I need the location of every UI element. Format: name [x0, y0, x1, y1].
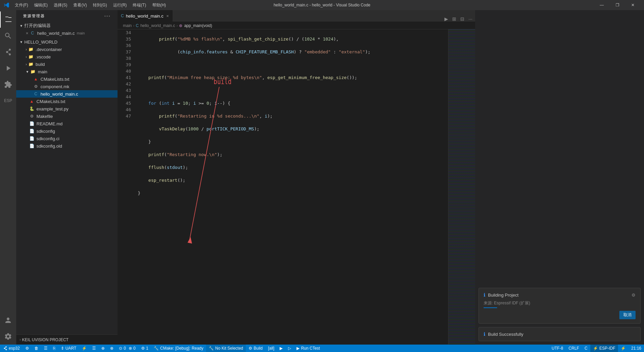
more-actions-icon[interactable]: ··· — [468, 16, 472, 22]
tree-sdkconfig-ci[interactable]: 📄 sdkconfig.ci — [16, 135, 118, 142]
line-num-44: 44 — [118, 94, 131, 100]
breadcrumb-file[interactable]: hello_world_main.c — [140, 23, 175, 28]
breadcrumb-main[interactable]: main — [123, 23, 132, 28]
menu-bar: 文件(F) 编辑(E) 选择(S) 查看(V) 转到(G) 运行(R) 终端(T… — [12, 2, 169, 9]
chevron-right-icon: › — [26, 48, 27, 51]
maximize-button[interactable]: ❐ — [610, 0, 625, 10]
close-button[interactable]: ✕ — [625, 0, 641, 10]
activity-extensions[interactable] — [0, 76, 16, 93]
status-encoding[interactable]: UTF-8 — [549, 345, 566, 352]
extensions-icon — [4, 80, 12, 89]
close-file-icon[interactable]: ✕ — [26, 31, 28, 35]
tree-makefile[interactable]: ⚙ Makefile — [16, 112, 118, 120]
build-success-text: Build Successfully — [488, 332, 523, 337]
status-language[interactable]: C — [582, 345, 590, 352]
breadcrumb-sep2: › — [176, 23, 178, 28]
menu-terminal[interactable]: 终端(T) — [130, 2, 149, 9]
code-line-38 — [138, 87, 448, 94]
status-settings1[interactable]: ⚙ — [23, 345, 32, 352]
status-list[interactable]: ☰ — [41, 345, 50, 352]
tree-sdkconfig-old[interactable]: 📄 sdkconfig.old — [16, 142, 118, 150]
toggle-panel-icon[interactable]: ⊟ — [460, 16, 464, 22]
tab-close-icon[interactable]: ✕ — [166, 14, 169, 18]
tree-vscode[interactable]: › 📁 .vscode — [16, 53, 118, 60]
run-file-icon[interactable]: ▶ — [444, 16, 448, 22]
status-errors[interactable]: ⊙ 0 ⊗ 0 — [116, 345, 138, 352]
menu-select[interactable]: 选择(S) — [51, 2, 70, 9]
settings-icon — [4, 332, 12, 341]
code-line-35: (chip_info.features & CHIP_FEATURE_EMB_F… — [138, 49, 448, 55]
open-editors-label: 打开的编辑器 — [24, 23, 51, 29]
status-flash[interactable]: ⚡ — [79, 345, 89, 352]
readme-label: README.md — [36, 121, 62, 126]
split-editor-icon[interactable]: ⊞ — [452, 16, 456, 22]
activity-esp32[interactable]: ESP — [0, 93, 16, 109]
tab-label: hello_world_main.c — [126, 14, 163, 19]
status-erase[interactable]: ⊗ — [107, 345, 116, 352]
status-cmake-build[interactable]: ▶ — [277, 345, 285, 352]
sdkconfig-old-icon: 📄 — [29, 143, 34, 149]
tree-main-c[interactable]: C hello_world_main.c — [16, 90, 118, 98]
warning-icon: ⊗ — [129, 346, 132, 351]
tree-main[interactable]: ▼ 📁 main — [16, 68, 118, 75]
editor-area: C hello_world_main.c ✕ ▶ ⊞ ⊟ ··· main › … — [118, 10, 475, 345]
status-eol[interactable]: CRLF — [566, 345, 582, 352]
sidebar-more-icon[interactable]: ··· — [104, 13, 111, 19]
status-debug[interactable]: ⊕ — [99, 345, 107, 352]
project-section[interactable]: ▼ HELLO_WORLD — [16, 38, 118, 46]
code-line-45: esp_restart(); — [138, 177, 448, 183]
activity-settings[interactable] — [0, 328, 16, 345]
activity-explorer[interactable] — [0, 11, 16, 28]
tree-python[interactable]: 🐍 example_test.py — [16, 105, 118, 112]
open-editors-section[interactable]: ▼ 打开的编辑器 — [16, 22, 118, 29]
menu-help[interactable]: 帮助(H) — [150, 2, 169, 9]
tree-build-label: build — [35, 62, 45, 67]
status-no-kit[interactable]: 🔧 No Kit Selected — [206, 345, 246, 352]
tree-cmake-main[interactable]: ▲ CMakeLists.txt — [16, 75, 118, 83]
status-feedback[interactable]: ⚡ — [618, 345, 628, 352]
status-all[interactable]: [all] — [265, 345, 277, 352]
status-cmake[interactable]: 🔧 CMake: [Debug]: Ready — [151, 345, 206, 352]
status-esp32[interactable]: esp32 — [0, 345, 23, 352]
status-copy[interactable]: ⎘ — [50, 345, 58, 352]
minimize-button[interactable]: — — [594, 0, 610, 10]
status-debug2[interactable]: ▷ — [285, 345, 294, 352]
chevron-right-icon2: › — [26, 55, 27, 59]
error-icon: ⊙ — [119, 346, 122, 351]
status-notif-count: 1 — [146, 346, 149, 351]
activity-account[interactable] — [0, 312, 16, 328]
status-run-ctest[interactable]: ▶ Run CTest — [294, 345, 323, 352]
code-content[interactable]: printf("%dMB %s flash\n", spi_flash_get_… — [134, 29, 448, 345]
status-monitor[interactable]: ☰ — [89, 345, 99, 352]
tree-build[interactable]: › 📁 build — [16, 60, 118, 68]
editor-tab-main[interactable]: C hello_world_main.c ✕ — [118, 10, 173, 22]
tree-readme[interactable]: 📄 README.md — [16, 120, 118, 127]
menu-run[interactable]: 运行(R) — [110, 2, 130, 9]
status-trash[interactable]: 🗑 — [32, 345, 41, 352]
sidebar-header: 资源管理器 ··· — [16, 10, 118, 22]
tree-component-mk[interactable]: ⚙ component.mk — [16, 83, 118, 90]
cancel-button[interactable]: 取消 — [619, 311, 636, 319]
menu-view[interactable]: 查看(V) — [71, 2, 89, 9]
breadcrumb-symbol[interactable]: app_main(void) — [184, 23, 212, 28]
activity-search[interactable] — [0, 28, 16, 44]
notification-source: 来源: Espressif IDF (扩展) — [484, 300, 636, 308]
tree-cmake-root[interactable]: ▲ CMakeLists.txt — [16, 98, 118, 105]
activity-source-control[interactable] — [0, 44, 16, 60]
notification-gear-icon[interactable]: ⚙ — [632, 293, 636, 298]
menu-edit[interactable]: 编辑(E) — [31, 2, 50, 9]
status-notifications[interactable]: ⚙ 1 — [138, 345, 151, 352]
keil-panel[interactable]: › KEIL UVISION PROJECT — [16, 334, 118, 345]
status-time: 21:16 — [628, 345, 644, 352]
line-num-45: 45 — [118, 100, 131, 106]
open-file-item[interactable]: ✕ C hello_world_main.c main — [16, 29, 118, 37]
activity-run[interactable] — [0, 60, 16, 76]
tree-devcontainer[interactable]: › 📁 .devcontainer — [16, 46, 118, 53]
status-build[interactable]: ⚙ Build — [246, 345, 265, 352]
status-uart[interactable]: ⇕ UART — [58, 345, 79, 352]
status-esp-idf[interactable]: ⚡ ESP-IDF — [590, 345, 618, 352]
tree-sdkconfig[interactable]: 📄 sdkconfig — [16, 127, 118, 135]
menu-goto[interactable]: 转到(G) — [90, 2, 109, 9]
project-name: HELLO_WORLD — [24, 40, 57, 45]
menu-file[interactable]: 文件(F) — [12, 2, 31, 9]
